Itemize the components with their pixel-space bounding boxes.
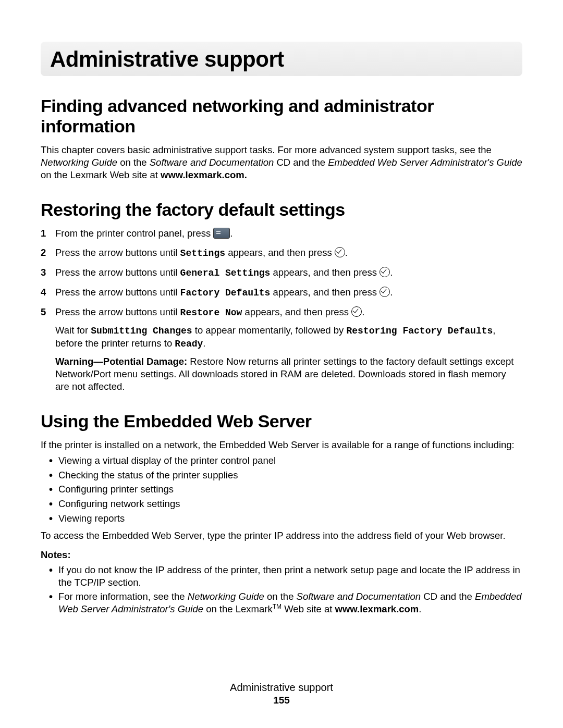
section-heading: Finding advanced networking and administ…	[41, 96, 522, 137]
doc-title-italic: Embedded Web Server Administrator's Guid…	[328, 157, 522, 168]
paragraph: If the printer is installed on a network…	[41, 439, 522, 451]
text: .	[419, 603, 421, 614]
feature-list: Viewing a virtual display of the printer…	[41, 454, 522, 524]
section-embedded-web-server: Using the Embedded Web Server If the pri…	[41, 411, 522, 615]
text: on the	[264, 591, 297, 602]
notes-list: If you do not know the IP address of the…	[41, 564, 522, 615]
warning-label: Warning—Potential Damage:	[55, 356, 190, 367]
list-item: Viewing reports	[58, 512, 522, 525]
text: .	[203, 338, 205, 349]
text: For more information, see the	[58, 591, 188, 602]
list-item: Configuring network settings	[58, 498, 522, 510]
paragraph: This chapter covers basic administrative…	[41, 144, 522, 181]
doc-title-italic: Software and Documentation	[297, 591, 421, 602]
footer-section-name: Administrative support	[0, 682, 563, 694]
page-footer: Administrative support 155	[0, 682, 563, 706]
section-heading: Restoring the factory default settings	[41, 200, 522, 220]
step-item: Press the arrow buttons until Settings a…	[41, 246, 522, 260]
list-item: Checking the status of the printer suppl…	[58, 469, 522, 482]
text: Wait for	[55, 325, 91, 336]
text: Press the arrow buttons until	[55, 287, 180, 298]
text: appears, and then press	[270, 267, 380, 278]
notes-heading: Notes:	[41, 549, 522, 561]
check-circle-icon	[351, 306, 362, 317]
page-number: 155	[0, 695, 563, 706]
display-text-mono: Ready	[175, 339, 203, 349]
text: on the Lexmark	[203, 603, 273, 614]
url-bold: www.lexmark.com.	[161, 169, 247, 180]
text: This chapter covers basic administrative…	[41, 144, 492, 155]
section-heading: Using the Embedded Web Server	[41, 411, 522, 431]
paragraph: Wait for Submitting Changes to appear mo…	[55, 324, 522, 350]
list-item: For more information, see the Networking…	[58, 590, 522, 615]
text: appears, and then press	[270, 287, 380, 298]
list-item: Configuring printer settings	[58, 483, 522, 496]
display-text-mono: Settings	[180, 248, 225, 258]
chapter-title: Administrative support	[50, 47, 513, 72]
text: on the	[117, 157, 150, 168]
check-circle-icon	[380, 267, 390, 277]
section-restoring-defaults: Restoring the factory default settings F…	[41, 200, 522, 392]
step-item: Press the arrow buttons until Restore No…	[41, 306, 522, 392]
chapter-heading-bar: Administrative support	[41, 42, 522, 76]
list-item: Viewing a virtual display of the printer…	[58, 454, 522, 467]
text: appears, and then press	[225, 247, 335, 258]
text: From the printer control panel, press	[55, 228, 213, 239]
text: CD and the	[274, 157, 328, 168]
text: to appear momentarily, followed by	[192, 325, 347, 336]
display-text-mono: Submitting Changes	[91, 326, 192, 336]
text: Press the arrow buttons until	[55, 267, 180, 278]
check-circle-icon	[380, 287, 390, 297]
url-bold: www.lexmark.com	[335, 603, 419, 614]
text: Web site at	[282, 603, 335, 614]
paragraph: To access the Embedded Web Server, type …	[41, 529, 522, 542]
text: .	[230, 228, 232, 239]
step-item: Press the arrow buttons until General Se…	[41, 266, 522, 279]
list-item: If you do not know the IP address of the…	[58, 564, 522, 588]
text: .	[345, 247, 348, 258]
text: CD and the	[421, 591, 475, 602]
section-finding-info: Finding advanced networking and administ…	[41, 96, 522, 181]
display-text-mono: Factory Defaults	[180, 288, 271, 298]
doc-title-italic: Networking Guide	[188, 591, 264, 602]
trademark-superscript: TM	[273, 603, 282, 610]
text: appears, and then press	[242, 306, 351, 317]
display-text-mono: General Settings	[180, 268, 271, 278]
text: Press the arrow buttons until	[55, 247, 180, 258]
doc-title-italic: Networking Guide	[41, 157, 117, 168]
text: Press the arrow buttons until	[55, 306, 180, 317]
step-item: From the printer control panel, press .	[41, 227, 522, 240]
numbered-steps: From the printer control panel, press . …	[41, 227, 522, 392]
step-item: Press the arrow buttons until Factory De…	[41, 286, 522, 299]
display-text-mono: Restoring Factory Defaults	[346, 326, 493, 336]
text: on the Lexmark Web site at	[41, 169, 161, 180]
display-text-mono: Restore Now	[180, 307, 242, 318]
document-page: Administrative support Finding advanced …	[0, 0, 563, 728]
text: .	[390, 267, 393, 278]
check-circle-icon	[335, 247, 345, 257]
step-substeps: Wait for Submitting Changes to appear mo…	[55, 324, 522, 392]
text: .	[390, 287, 393, 298]
menu-button-icon	[213, 228, 230, 239]
doc-title-italic: Software and Documentation	[150, 157, 274, 168]
text: .	[362, 306, 364, 317]
warning-paragraph: Warning—Potential Damage: Restore Now re…	[55, 355, 522, 392]
